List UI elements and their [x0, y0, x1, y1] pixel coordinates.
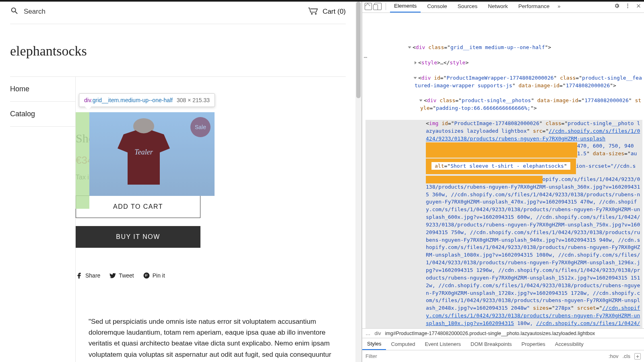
device-toolbar-icon[interactable]	[374, 3, 382, 10]
pin-label: Pin it	[153, 272, 165, 279]
dom-attr: data-image-id	[537, 97, 578, 103]
tab-console[interactable]: Console	[423, 0, 451, 12]
page-scrollbar[interactable]	[355, 0, 361, 362]
share-twitter[interactable]: Tweet	[109, 272, 134, 279]
dom-attr: srcset	[577, 305, 596, 311]
dom-selected-node[interactable]: <img id="ProductImage-17748082000026" cl…	[365, 120, 642, 328]
dom-val: ProductImage-17748082000026	[454, 120, 539, 126]
cart-link[interactable]: Cart (0)	[308, 7, 346, 16]
dom-ellipsis: …	[440, 60, 444, 66]
tabs-overflow-icon[interactable]: »	[557, 3, 560, 9]
tab-styles[interactable]: Styles	[362, 338, 386, 350]
search-icon	[10, 6, 19, 16]
side-nav: Home Catalog	[10, 76, 76, 362]
share-pinterest[interactable]: Pin it	[143, 272, 165, 279]
dom-attr: class	[545, 120, 561, 126]
close-icon[interactable]	[636, 3, 642, 10]
dom-tag: div	[416, 44, 425, 50]
toolbar-separator	[386, 3, 386, 10]
dom-val: 17748082000026	[566, 82, 610, 88]
new-style-rule-icon[interactable]: +	[634, 353, 641, 360]
dom-gutter-ellipsis: ⋯	[362, 53, 367, 61]
dom-val: opify.com/s/	[543, 176, 580, 182]
inspect-element-icon[interactable]	[365, 3, 372, 10]
dom-attr: src	[533, 128, 542, 134]
styles-filter-bar: :hov .cls +	[362, 350, 644, 362]
top-bar: Search Cart (0)	[10, 0, 346, 24]
svg-point-1	[315, 13, 316, 14]
facebook-icon	[76, 272, 83, 279]
browser-top-strip	[0, 0, 644, 2]
tab-network[interactable]: Network	[484, 0, 512, 12]
dom-attr: data-image-id	[518, 82, 559, 88]
scrollbar-thumb[interactable]	[356, 2, 361, 98]
tab-elements[interactable]: Elements	[390, 0, 421, 12]
kebab-menu-icon[interactable]	[625, 3, 631, 10]
crumb-img[interactable]: img#ProductImage-17748082000026.product-…	[385, 331, 595, 336]
dom-val: files/1/0424/9233/0138/products/rubens-n…	[426, 176, 640, 311]
dom-tag: div	[421, 75, 431, 81]
tooltip-class: .grid__item.medium-up--one-half	[91, 97, 173, 103]
dom-val: ion-srcset="//cdn.s	[576, 163, 636, 169]
dom-attr: class	[560, 75, 576, 81]
dom-val: ProductImageWrapper-17748082000026	[446, 75, 553, 81]
main-content: div.grid__item.medium-up--one-half308 × …	[76, 76, 346, 362]
dom-attr: class	[440, 97, 455, 103]
svg-point-4	[143, 273, 149, 279]
styles-tabbar: Styles Computed Event Listeners DOM Brea…	[362, 338, 644, 350]
nav-home[interactable]: Home	[10, 77, 75, 102]
tab-computed[interactable]: Computed	[386, 338, 420, 350]
cls-toggle[interactable]: .cls	[623, 353, 631, 359]
dom-attr: id	[434, 75, 440, 81]
dom-tag: div	[427, 97, 436, 103]
buy-now-button[interactable]: BUY IT NOW	[76, 226, 200, 248]
tab-dom-breakpoints[interactable]: DOM Breakpoints	[466, 338, 517, 350]
svg-point-0	[312, 13, 313, 14]
dom-val: product-single__photos	[462, 97, 531, 103]
dom-val: au	[631, 150, 637, 156]
dom-tag: style	[450, 60, 465, 66]
tab-event-listeners[interactable]: Event Listeners	[420, 338, 466, 350]
hov-toggle[interactable]: :hov	[609, 353, 619, 359]
dom-val: 1.5	[577, 150, 586, 156]
styles-filter-input[interactable]	[365, 353, 609, 359]
tab-accessibility[interactable]: Accessibility	[550, 338, 588, 350]
dom-val: padding-top:66.6666666666666%;	[436, 105, 530, 111]
share-label: Share	[85, 272, 100, 279]
tab-properties[interactable]: Properties	[517, 338, 550, 350]
gear-icon[interactable]	[614, 3, 620, 10]
tooltip-tag: div	[84, 97, 91, 103]
dom-attr: data-sizes	[593, 150, 624, 156]
dom-val: 180w,	[514, 320, 536, 326]
share-facebook[interactable]: Share	[76, 272, 100, 279]
inspector-highlight: Tealer Sale	[76, 112, 215, 209]
dom-tag: img	[429, 120, 438, 126]
dom-val: 17748082000026	[584, 97, 629, 103]
highlight-margin	[76, 112, 89, 209]
dom-val: grid__item medium-up--one-half	[450, 44, 545, 50]
crumb-div[interactable]: div	[375, 331, 381, 336]
crumb-ellipsis[interactable]: …	[365, 331, 371, 336]
dom-tree[interactable]: ⋯ <div class="grid__item medium-up--one-…	[362, 13, 644, 328]
tab-sources[interactable]: Sources	[454, 0, 482, 12]
cart-icon	[308, 7, 318, 16]
nav-catalog[interactable]: Catalog	[10, 102, 75, 127]
dom-val: 470, 600, 750, 940	[577, 143, 634, 149]
dom-attr: id	[442, 120, 448, 126]
social-share: Share Tweet Pin it	[76, 272, 200, 279]
tweet-label: Tweet	[119, 272, 134, 279]
highlight-content	[89, 112, 215, 196]
twitter-icon	[109, 272, 116, 279]
dom-tag: style	[421, 60, 437, 66]
alt-highlight-block: alt="Short sleeve t-shirt - elephantsock…	[426, 158, 576, 174]
dom-val: 278px	[555, 305, 571, 311]
dom-breadcrumb[interactable]: … div img#ProductImage-17748082000026.pr…	[362, 328, 644, 338]
tab-performance[interactable]: Performance	[514, 0, 553, 12]
cart-label: Cart (0)	[322, 8, 346, 16]
search-button[interactable]: Search	[10, 6, 45, 16]
svg-point-7	[627, 7, 628, 8]
dom-attr: class	[428, 44, 444, 50]
site-brand[interactable]: elephantsocks	[10, 24, 346, 76]
product-description: "Sed ut perspiciatis unde omnis iste nat…	[76, 292, 346, 362]
pinterest-icon	[143, 272, 150, 279]
